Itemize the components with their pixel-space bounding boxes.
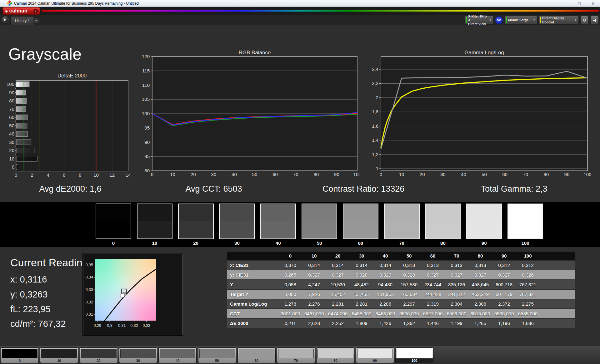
svg-text:RGB Balance: RGB Balance [239, 50, 271, 56]
patch-actual [385, 204, 419, 221]
table-cell: 157,530 [397, 282, 421, 287]
svg-text:30: 30 [9, 140, 14, 145]
svg-text:100: 100 [353, 172, 359, 177]
cie-overlay: 0,350,340,330,320,310,290,30,310,320,33 [83, 254, 183, 336]
calman-menu-dropdown-icon[interactable]: ▼ [33, 9, 38, 13]
patch-button-80[interactable]: 80 [316, 347, 354, 363]
add-tab-button[interactable]: + [33, 17, 40, 24]
table-cell: 6527,000 [421, 311, 445, 316]
patch-button-70[interactable]: 70 [277, 347, 315, 363]
close-button[interactable]: ✕ [586, 0, 600, 7]
table-cell: 607,179 [492, 292, 516, 297]
column-header-100: 100 [516, 253, 540, 258]
patch-label: 10 [137, 240, 172, 246]
patch-20 [178, 204, 214, 239]
deltae-bar-60 [16, 115, 28, 120]
table-row-3: Target Y0,0007,92625,40255,456101,953165… [227, 290, 575, 299]
current-reading-line-1: y: 0,3263 [10, 289, 48, 300]
patch-actual [138, 204, 172, 221]
table-row-6: ΔE 20000,2112,6232,2521,8091,4261,3621,4… [227, 319, 575, 328]
table-row-0: x: CIE310,3700,3140,3140,3140,3140,3130,… [227, 261, 575, 270]
patch-actual [426, 204, 460, 221]
deltae-bar-40 [16, 131, 28, 137]
svg-text:1: 1 [376, 166, 378, 171]
chevron-down-icon: ▼ [533, 19, 535, 22]
source-select-dropdown[interactable]: Mobile Forge ▼ [505, 16, 537, 25]
patch-button-label: 20 [80, 358, 118, 363]
minimize-button[interactable]: – [559, 0, 572, 7]
patch-target [385, 221, 419, 239]
table-cell: 0,313 [397, 263, 421, 268]
svg-text:80: 80 [543, 172, 549, 177]
svg-text:1,2: 1,2 [372, 152, 378, 157]
svg-text:90: 90 [334, 172, 339, 177]
table-cell: 0,370 [278, 263, 302, 268]
tab-history-1[interactable]: History 1 [10, 16, 34, 25]
svg-text:85: 85 [144, 154, 150, 159]
patch-actual [179, 204, 213, 221]
table-cell: 1,636 [516, 321, 540, 326]
table-cell: 0,327 [326, 272, 350, 278]
patch-label: 30 [219, 240, 255, 246]
table-cell: 0,312 [492, 263, 516, 268]
maximize-button[interactable]: □ [572, 0, 586, 7]
patch-button-30[interactable]: 30 [119, 347, 157, 363]
collapse-panel-button[interactable]: ◀ [590, 16, 599, 24]
history-play-button[interactable]: ▶ [2, 16, 9, 23]
patch-button-100[interactable]: 100 [395, 347, 433, 363]
patch-button-10[interactable]: 10 [40, 347, 78, 363]
patch-label: 60 [343, 240, 378, 246]
patch-actual [261, 204, 295, 221]
settings-button[interactable]: ⚙ [580, 16, 589, 24]
patch-button-20[interactable]: 20 [80, 347, 118, 363]
app-icon [7, 0, 12, 6]
svg-text:10: 10 [93, 172, 99, 178]
table-cell: 6467,000 [302, 311, 326, 316]
table-cell: 0,314 [350, 263, 373, 268]
table-row-5: CCT3001,0006467,0006474,0006458,0006463,… [227, 309, 575, 318]
patch-button-swatch [357, 349, 393, 358]
patch-button-label: 90 [356, 358, 394, 363]
table-cell: 3001,000 [278, 311, 302, 316]
deltae-bar-90 [16, 90, 26, 95]
source-name: Mobile Forge [508, 18, 531, 22]
chevron-down-icon: ▼ [489, 19, 492, 22]
row-label: x: CIE31 [227, 263, 278, 268]
column-header-0: 0 [278, 253, 302, 258]
calman-logo-icon: ◈ [5, 9, 8, 13]
svg-text:0,32: 0,32 [130, 323, 138, 328]
table-cell: 0,327 [445, 272, 468, 278]
logo-row: ◈ calman ▼ [0, 7, 600, 15]
table-cell: 1,446 [421, 321, 445, 326]
patch-actual [508, 204, 542, 221]
meter-select-dropdown[interactable]: X-Rite i1Pro 3 Direct View ▼ [465, 16, 493, 25]
table-cell: 0,314 [326, 263, 350, 268]
svg-text:50: 50 [9, 123, 14, 128]
patch-button-swatch [199, 349, 235, 358]
svg-text:80: 80 [9, 98, 14, 103]
column-header-50: 50 [397, 253, 421, 258]
deltae-bar-50 [16, 123, 27, 128]
cie-chart-panel: 0,350,340,330,320,310,290,30,310,320,33 [83, 253, 183, 335]
column-header-90: 90 [492, 253, 516, 258]
patch-button-60[interactable]: 60 [238, 347, 276, 363]
patch-button-90[interactable]: 90 [356, 347, 394, 363]
stat-1: Avg CCT: 6503 [185, 184, 242, 194]
deltae-chart: DeltaE 200010090807060504030201000246810… [3, 72, 131, 180]
title-bar: Calman 2024 Calman Ultimate for Business… [0, 0, 600, 7]
patch-button-50[interactable]: 50 [198, 347, 236, 363]
tab-row: ▶ History 1 + X-Rite i1Pro 3 Direct View… [0, 15, 600, 25]
table-cell: 101,953 [373, 292, 397, 297]
svg-text:80: 80 [144, 168, 150, 173]
patch-button-0[interactable]: 0 [1, 347, 39, 363]
table-cell: 2,306 [468, 301, 492, 307]
svg-text:0,33: 0,33 [86, 288, 93, 292]
calman-menu-button[interactable]: ◈ calman ▼ [2, 7, 40, 15]
svg-text:50: 50 [252, 172, 258, 177]
display-control-dropdown[interactable]: Direct Display Control ▼ [539, 16, 579, 25]
patch-button-40[interactable]: 40 [158, 347, 197, 363]
svg-text:105: 105 [142, 96, 150, 102]
patch-actual [343, 204, 378, 221]
table-cell: 6530,000 [492, 311, 516, 316]
table-cell: 0,313 [468, 263, 492, 268]
